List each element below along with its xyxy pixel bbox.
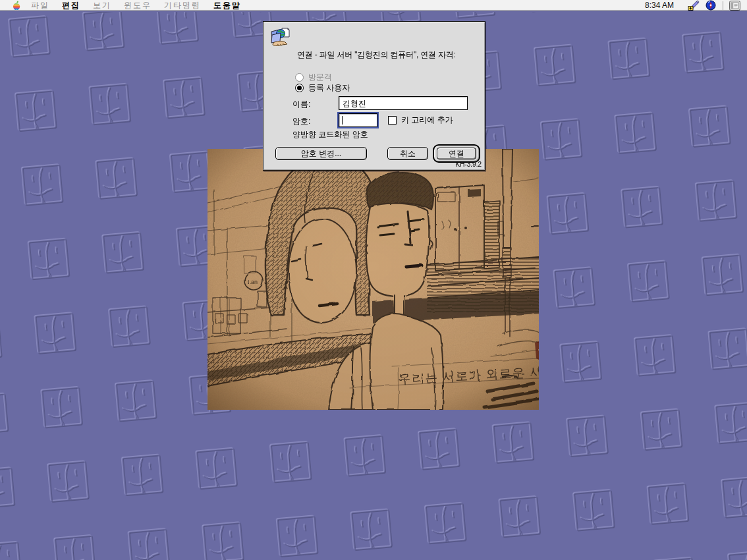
menu-help[interactable]: 도움말 xyxy=(213,0,241,11)
menu-special[interactable]: 기타명령 xyxy=(164,0,201,11)
text-caret xyxy=(342,116,343,125)
radio-registered-circle[interactable] xyxy=(295,84,304,92)
menu-bar-divider xyxy=(723,1,723,10)
dialog-message: 연결 - 파일 서버 "김형진의 컴퓨터", 연결 자격: xyxy=(297,49,456,61)
name-label: 이름: xyxy=(292,99,310,110)
radio-registered-label: 등록 사용자 xyxy=(308,82,350,94)
connect-dialog: 연결 - 파일 서버 "김형진의 컴퓨터", 연결 자격: 방문객 등록 사용자… xyxy=(263,21,485,171)
default-button-ring: 연결 xyxy=(433,144,480,163)
apple-menu-icon[interactable] xyxy=(12,1,20,11)
keychain-label: 키 고리에 추가 xyxy=(401,115,453,126)
client-version: KH-3.9.2 xyxy=(456,161,482,168)
connect-button[interactable]: 연결 xyxy=(437,148,476,159)
radio-registered-user[interactable]: 등록 사용자 xyxy=(295,82,350,94)
menu-edit[interactable]: 편집 xyxy=(62,0,80,11)
radio-guest[interactable]: 방문객 xyxy=(295,72,332,83)
menu-bar-clock[interactable]: 8:34 AM xyxy=(645,1,674,10)
name-input[interactable]: 김형진 xyxy=(339,96,468,110)
menu-bar: 파일 편집 보기 윈도우 기타명령 도움말 8:34 AM xyxy=(0,0,747,11)
appleshare-server-icon xyxy=(269,26,292,49)
korean-input-pencil-icon[interactable] xyxy=(688,0,700,11)
password-encryption-note: 양방향 코드화된 암호 xyxy=(292,129,368,140)
blue-round-application-icon[interactable] xyxy=(706,0,716,11)
radio-guest-label: 방문객 xyxy=(308,72,332,83)
password-input[interactable] xyxy=(339,113,377,127)
desktop-picture-drawing: Lan xyxy=(208,149,539,410)
menu-window[interactable]: 윈도우 xyxy=(124,0,152,11)
menu-view[interactable]: 보기 xyxy=(93,0,111,11)
password-label: 암호: xyxy=(292,116,310,127)
radio-guest-circle[interactable] xyxy=(295,73,304,82)
add-to-keychain-row[interactable]: 키 고리에 추가 xyxy=(388,115,453,126)
change-password-button[interactable]: 암호 변경... xyxy=(275,147,367,160)
menu-file[interactable]: 파일 xyxy=(31,0,49,11)
application-switcher-icon[interactable] xyxy=(729,1,740,11)
keychain-checkbox[interactable] xyxy=(388,116,397,125)
cancel-button[interactable]: 취소 xyxy=(387,147,428,160)
desktop[interactable]: Lan xyxy=(0,0,747,560)
